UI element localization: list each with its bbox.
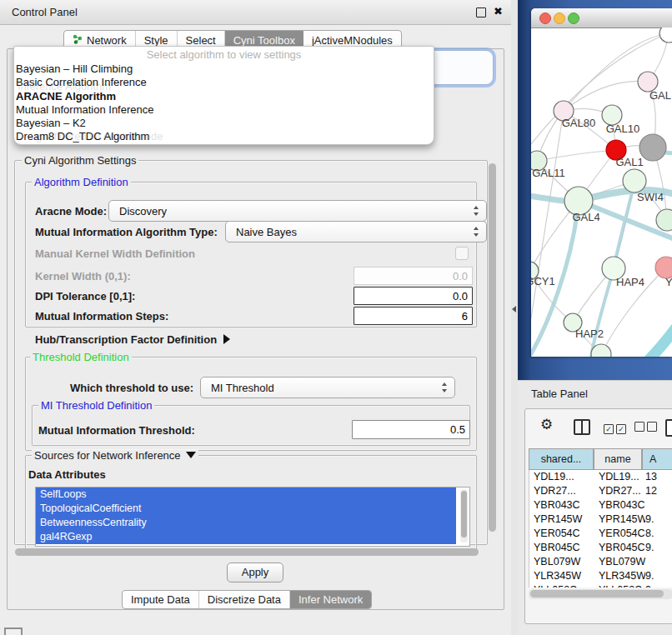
network-icon — [73, 34, 83, 47]
control-panel-titlebar: Control Panel ✖ — [0, 0, 511, 25]
spinner-icon — [474, 227, 479, 237]
list-item[interactable]: gal4RGexp — [36, 530, 456, 544]
tab-infer-network[interactable]: Infer Network — [290, 591, 371, 608]
menu-item[interactable]: Bayesian – K2 — [16, 117, 432, 130]
document-icon[interactable] — [665, 419, 672, 437]
panel-splitter[interactable] — [511, 0, 518, 635]
table-horizontal-scrollbar-thumb[interactable] — [530, 590, 664, 598]
table-row[interactable]: YBR043CYBR043C — [529, 498, 672, 512]
deselect-all-checks-icon[interactable] — [634, 422, 657, 434]
mi-steps-input[interactable] — [354, 307, 473, 325]
node-gray[interactable] — [639, 134, 666, 161]
mi-type-combobox[interactable]: Naive Bayes — [225, 221, 487, 242]
menu-item-selected[interactable]: ARACNE Algorithm — [16, 90, 432, 103]
select-all-checks-icon[interactable]: ✓✓ — [604, 422, 626, 434]
svg-text:HAP4: HAP4 — [616, 276, 644, 288]
mi-threshold-label: Mutual Information Threshold: — [38, 424, 195, 437]
svg-text:GAL80: GAL80 — [562, 117, 595, 129]
kernel-width-label: Kernel Width (0,1): — [35, 270, 131, 282]
hub-definition-expander[interactable]: Hub/Transcription Factor Definition — [35, 333, 230, 346]
zoom-traffic-light[interactable] — [568, 12, 579, 24]
list-scrollbar[interactable] — [460, 489, 468, 542]
menu-item[interactable]: Dream8 DC_TDC Algorithm — [16, 130, 432, 143]
which-threshold-combobox[interactable]: MI Threshold — [200, 377, 455, 398]
mi-threshold-input[interactable] — [352, 420, 470, 439]
tab-impute-data[interactable]: Impute Data — [123, 591, 199, 608]
node[interactable] — [656, 209, 672, 231]
control-panel-title: Control Panel — [12, 6, 78, 18]
aracne-mode-combobox[interactable]: Discovery — [108, 200, 487, 222]
apply-button[interactable]: Apply — [227, 562, 283, 582]
table-row[interactable]: YDL19...YDL19...13 — [529, 470, 672, 484]
tab-network-label: Network — [87, 34, 127, 47]
manual-kernel-label: Manual Kernel Width Definition — [35, 248, 195, 260]
table-row[interactable]: YLL052CYLL052C9 — [529, 583, 672, 588]
close-icon[interactable]: ✖ — [494, 5, 503, 18]
network-canvas[interactable]: GAL GAL80 GAL10 GAL1 GAL11 SWI4 GAL4 GCY… — [531, 28, 672, 357]
spinner-icon — [474, 206, 479, 216]
table-row[interactable]: YBL079WYBL079W — [529, 555, 672, 569]
columns-icon[interactable] — [574, 419, 590, 435]
gear-icon[interactable]: ⚙ — [540, 416, 553, 433]
bottom-tabbar: Impute Data Discretize Data Infer Networ… — [122, 590, 372, 609]
mi-steps-label: Mutual Information Steps: — [35, 310, 168, 322]
svg-text:HAP2: HAP2 — [575, 328, 604, 340]
settings-vertical-scrollbar[interactable] — [488, 160, 498, 545]
manual-kernel-checkbox[interactable] — [455, 247, 469, 260]
mi-type-label: Mutual Information Algorithm Type: — [35, 226, 218, 238]
menu-item[interactable]: Bayesian – Hill Climbing — [16, 62, 432, 76]
list-item[interactable]: TopologicalCoefficient — [36, 502, 456, 516]
list-item[interactable]: BetweennessCentrality — [36, 516, 456, 530]
float-window-icon[interactable] — [476, 8, 486, 18]
table-row[interactable]: YPR145WYPR145W9. — [529, 512, 672, 527]
close-traffic-light[interactable] — [539, 12, 551, 24]
spinner-icon — [442, 382, 448, 392]
network-window-titlebar[interactable] — [531, 8, 672, 28]
mi-threshold-group-title: MI Threshold Definition — [38, 400, 154, 411]
sources-group-title[interactable]: Sources for Network Inference — [32, 450, 198, 461]
svg-text:SWI4: SWI4 — [637, 191, 664, 203]
algorithm-dropdown-popup: Select algorithm to view settings Infere… — [13, 46, 434, 145]
table-row[interactable]: YER054CYER054C8. — [529, 527, 672, 541]
algorithm-dropdown-items: Bayesian – Hill Climbing Basic Correlati… — [16, 62, 432, 144]
table-panel-window: ⚙ ✓✓ shared... name A YDL19...YDL19...13… — [524, 408, 672, 624]
which-threshold-label: Which threshold to use: — [70, 382, 193, 394]
minimize-traffic-light[interactable] — [554, 12, 565, 24]
aracne-mode-label: Aracne Mode: — [35, 205, 107, 218]
column-header-shared-name[interactable]: shared... — [529, 448, 594, 470]
table-horizontal-scrollbar[interactable] — [529, 589, 672, 599]
expand-right-icon — [223, 334, 230, 344]
settings-horizontal-scrollbar[interactable] — [13, 548, 485, 558]
column-header-name[interactable]: name — [594, 448, 642, 470]
node[interactable] — [659, 28, 672, 42]
threshold-definition-title: Threshold Definition — [30, 352, 132, 362]
data-attributes-list[interactable]: SelfLoops TopologicalCoefficient Between… — [35, 487, 470, 547]
table-row[interactable]: YLR345WYLR345W9. — [529, 569, 672, 583]
svg-text:GAL10: GAL10 — [606, 122, 639, 135]
minimized-panel-chip[interactable] — [4, 628, 23, 635]
list-item[interactable]: SelfLoops — [36, 488, 456, 502]
cyni-algorithm-settings-title: Cyni Algorithm Settings — [22, 155, 138, 166]
network-window: GAL GAL80 GAL10 GAL1 GAL11 SWI4 GAL4 GCY… — [531, 8, 672, 357]
settings-vertical-scrollbar-thumb[interactable] — [489, 163, 496, 532]
menu-item[interactable]: Basic Correlation Inference — [16, 76, 432, 89]
splitter-collapse-icon[interactable] — [512, 306, 516, 312]
table-row[interactable]: YDR27...YDR27...12 — [529, 484, 672, 498]
svg-text:GCY1: GCY1 — [531, 275, 555, 288]
node-swi4[interactable] — [623, 169, 646, 192]
table-row[interactable]: YBR045CYBR045C9. — [529, 541, 672, 555]
svg-text:GAL1: GAL1 — [615, 156, 643, 168]
menu-item[interactable]: Mutual Information Inference — [16, 103, 432, 117]
column-header-partial[interactable]: A — [642, 448, 672, 470]
list-scrollbar-thumb[interactable] — [461, 491, 467, 538]
settings-horizontal-scrollbar-thumb[interactable] — [15, 548, 479, 556]
table-panel-title: Table Panel — [531, 388, 588, 400]
dpi-tolerance-input[interactable] — [354, 287, 473, 305]
tab-discretize-data[interactable]: Discretize Data — [199, 591, 290, 608]
svg-text:GAL: GAL — [649, 89, 671, 102]
kernel-width-input[interactable] — [354, 267, 473, 285]
control-panel: Control Panel ✖ Network Style Select Cyn… — [0, 0, 512, 635]
algorithm-dropdown-prompt: Select algorithm to view settings — [14, 48, 434, 61]
collapse-down-icon — [186, 452, 196, 458]
dpi-tolerance-label: DPI Tolerance [0,1]: — [35, 290, 135, 302]
